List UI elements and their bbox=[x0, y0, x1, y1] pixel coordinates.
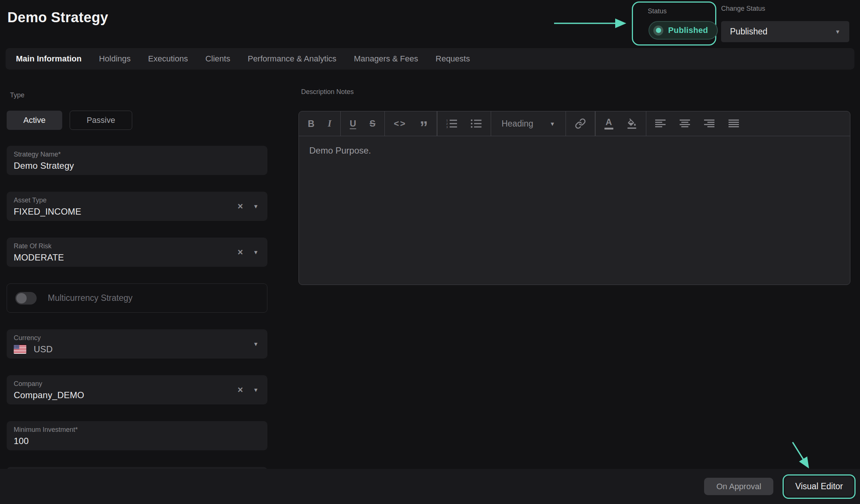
change-status-dropdown[interactable]: Published ▼ bbox=[721, 21, 849, 42]
clear-icon[interactable]: × bbox=[238, 202, 243, 211]
clear-icon[interactable]: × bbox=[238, 385, 243, 394]
minimum-investment-value: 100 bbox=[14, 436, 223, 446]
description-notes-label: Description Notes bbox=[301, 88, 354, 96]
bold-icon[interactable]: B bbox=[301, 111, 321, 136]
tab-requests[interactable]: Requests bbox=[436, 54, 470, 64]
company-label: Company bbox=[14, 380, 223, 388]
visual-editor-button[interactable]: Visual Editor bbox=[785, 477, 853, 496]
bullet-list-icon[interactable] bbox=[464, 111, 489, 136]
chevron-down-icon[interactable]: ▼ bbox=[253, 341, 259, 347]
editor-content[interactable]: Demo Purpose. bbox=[299, 136, 850, 285]
minimum-investment-label: Minimum Investment* bbox=[14, 426, 223, 434]
link-icon[interactable] bbox=[568, 111, 593, 136]
chevron-down-icon: ▼ bbox=[835, 28, 840, 35]
type-passive-button[interactable]: Passive bbox=[70, 111, 132, 130]
code-icon[interactable]: <> bbox=[387, 111, 413, 136]
strategy-name-value: Demo Strategy bbox=[14, 161, 223, 171]
tab-managers-fees[interactable]: Managers & Fees bbox=[354, 54, 418, 64]
footer-action-bar: On Approval Visual Editor bbox=[0, 469, 860, 504]
rate-of-risk-label: Rate Of Risk bbox=[14, 242, 223, 250]
align-right-icon[interactable] bbox=[697, 111, 722, 136]
minimum-investment-field[interactable]: Minimum Investment* 100 bbox=[7, 421, 267, 450]
multicurrency-toggle[interactable] bbox=[15, 292, 37, 305]
editor-toolbar: B I U S <> ” 1 2 3 bbox=[299, 111, 850, 136]
blockquote-icon[interactable]: ” bbox=[413, 115, 434, 140]
visual-editor-highlight-box: Visual Editor bbox=[783, 474, 856, 499]
ordered-list-icon[interactable]: 1 2 3 bbox=[440, 111, 464, 136]
rate-of-risk-select[interactable]: Rate Of Risk MODERATE × ▼ bbox=[7, 238, 267, 267]
change-status-value: Published bbox=[730, 27, 767, 37]
company-value: Company_DEMO bbox=[14, 390, 223, 400]
heading-dropdown[interactable]: Heading ▼ bbox=[493, 111, 563, 136]
clear-icon[interactable]: × bbox=[238, 248, 243, 257]
tab-bar: Main Information Holdings Executions Cli… bbox=[6, 48, 854, 70]
us-flag-icon bbox=[14, 345, 26, 354]
visual-editor-annotation-arrow bbox=[793, 442, 804, 460]
fill-color-icon[interactable] bbox=[620, 111, 644, 136]
tab-clients[interactable]: Clients bbox=[205, 54, 230, 64]
align-left-icon[interactable] bbox=[649, 111, 673, 136]
company-select[interactable]: Company Company_DEMO × ▼ bbox=[7, 375, 267, 404]
type-active-button[interactable]: Active bbox=[7, 111, 62, 130]
tab-main-information[interactable]: Main Information bbox=[16, 54, 81, 64]
asset-type-label: Asset Type bbox=[14, 196, 223, 204]
multicurrency-label: Multicurrency Strategy bbox=[48, 293, 133, 303]
svg-text:1: 1 bbox=[446, 119, 448, 122]
svg-text:2: 2 bbox=[446, 122, 448, 125]
chevron-down-icon[interactable]: ▼ bbox=[253, 387, 259, 393]
strategy-name-label: Strategy Name* bbox=[14, 151, 223, 158]
currency-value: USD bbox=[34, 344, 53, 355]
underline-icon[interactable]: U bbox=[343, 111, 363, 136]
multicurrency-switch-card: Multicurrency Strategy bbox=[7, 283, 267, 313]
change-status-label: Change Status bbox=[721, 5, 765, 13]
type-label: Type bbox=[10, 91, 267, 99]
italic-icon[interactable]: I bbox=[321, 111, 338, 136]
asset-type-value: FIXED_INCOME bbox=[14, 206, 223, 217]
strategy-page: Demo Strategy Status Published Change St… bbox=[0, 0, 860, 504]
currency-label: Currency bbox=[14, 334, 223, 342]
status-badge: Published bbox=[649, 21, 718, 40]
align-center-icon[interactable] bbox=[673, 111, 697, 136]
strikethrough-icon[interactable]: S bbox=[363, 111, 382, 136]
status-label: Status bbox=[648, 7, 667, 15]
on-approval-button[interactable]: On Approval bbox=[704, 478, 773, 495]
tab-executions[interactable]: Executions bbox=[148, 54, 188, 64]
chevron-down-icon[interactable]: ▼ bbox=[253, 249, 259, 255]
status-highlight-box: Status Published bbox=[632, 1, 716, 46]
tab-holdings[interactable]: Holdings bbox=[99, 54, 131, 64]
tab-performance-analytics[interactable]: Performance & Analytics bbox=[248, 54, 337, 64]
chevron-down-icon: ▼ bbox=[550, 121, 555, 127]
page-title: Demo Strategy bbox=[7, 10, 108, 26]
status-dot-icon bbox=[653, 26, 663, 36]
chevron-down-icon[interactable]: ▼ bbox=[253, 203, 259, 209]
status-badge-text: Published bbox=[668, 26, 708, 35]
heading-dropdown-label: Heading bbox=[501, 119, 533, 129]
description-notes-editor: B I U S <> ” 1 2 3 bbox=[299, 111, 850, 285]
type-segmented-control: Active Passive bbox=[7, 111, 267, 130]
currency-select[interactable]: Currency USD ▼ bbox=[7, 329, 267, 359]
strategy-name-field[interactable]: Strategy Name* Demo Strategy bbox=[7, 146, 267, 175]
asset-type-select[interactable]: Asset Type FIXED_INCOME × ▼ bbox=[7, 192, 267, 221]
svg-text:3: 3 bbox=[446, 126, 448, 128]
align-justify-icon[interactable] bbox=[722, 111, 746, 136]
main-info-form: Type Active Passive Strategy Name* Demo … bbox=[7, 89, 267, 478]
rate-of-risk-value: MODERATE bbox=[14, 252, 223, 263]
font-color-icon[interactable]: A bbox=[598, 111, 620, 136]
